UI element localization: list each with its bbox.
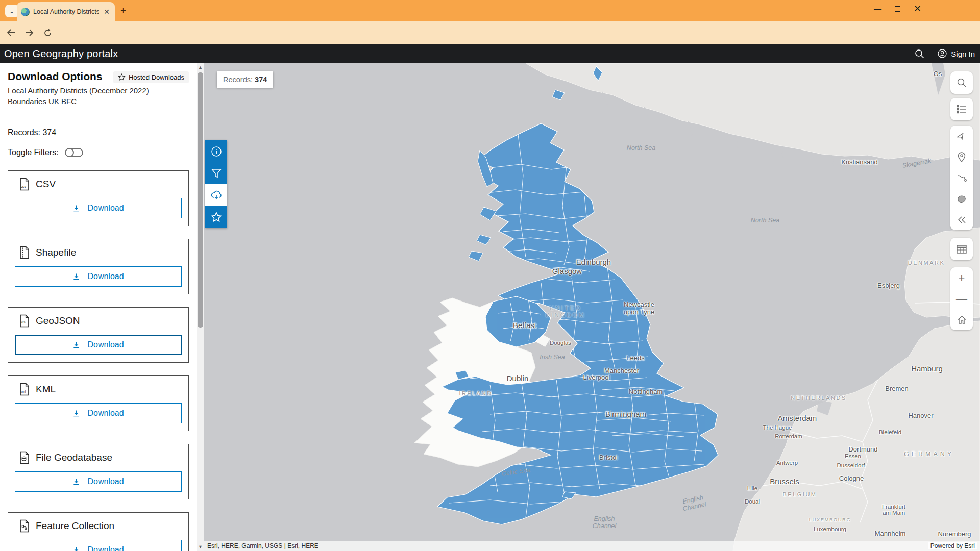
sign-in-button[interactable]: Sign In (938, 49, 975, 58)
format-name: File Geodatabase (36, 452, 112, 463)
collapse-toolbar-button[interactable] (950, 209, 973, 230)
format-card-geojson: GeoJSON Download (8, 307, 189, 363)
scroll-down-icon[interactable]: ▼ (197, 543, 204, 551)
download-icon (72, 546, 80, 551)
forward-button[interactable] (21, 25, 37, 40)
sidebar-scrollbar[interactable]: ▲ ▼ (197, 63, 204, 551)
download-label: Download (87, 545, 124, 551)
icon-file-code (19, 314, 30, 328)
tab-title: Local Authority Districts (Decem (33, 8, 99, 15)
browser-tab[interactable]: Local Authority Districts (Decem ✕ (17, 2, 115, 21)
icon-file-kml (19, 383, 30, 396)
download-button[interactable]: Download (15, 471, 182, 492)
map-action-rail (205, 140, 227, 228)
download-label: Download (87, 340, 124, 349)
header-search-icon[interactable] (915, 49, 924, 59)
map-zoom-control: + — (950, 267, 973, 330)
toggle-filters-switch[interactable] (65, 148, 83, 157)
download-panel-button[interactable] (205, 184, 227, 206)
download-icon (72, 273, 80, 281)
legend-list-button[interactable] (950, 98, 973, 120)
measure-line-button[interactable] (950, 167, 973, 188)
app-title: Open Geography portalx (4, 48, 118, 60)
home-extent-button[interactable] (950, 309, 973, 330)
basemap (204, 63, 980, 551)
format-card-file-geodatabase: File Geodatabase Download (8, 444, 189, 499)
scrollbar-thumb[interactable] (198, 72, 203, 328)
download-button[interactable]: Download (15, 540, 182, 551)
map-attribution: Esri, HERE, Garmin, USGS | Esri, HERE Po… (204, 541, 980, 551)
map-search-control (950, 71, 973, 94)
map-search-button[interactable] (950, 71, 973, 94)
download-button[interactable]: Download (15, 266, 182, 287)
download-icon (72, 478, 80, 486)
window-close-button[interactable]: ✕ (914, 3, 921, 14)
hosted-downloads-button[interactable]: Hosted Downloads (113, 71, 189, 83)
download-label: Download (87, 204, 124, 213)
window-minimize-button[interactable]: — (874, 3, 881, 14)
attribution-text: Esri, HERE, Garmin, USGS | Esri, HERE (207, 542, 318, 549)
back-button[interactable] (3, 25, 18, 40)
format-card-kml: KML Download (8, 375, 189, 431)
download-button[interactable]: Download (15, 198, 182, 218)
download-button[interactable]: Download (15, 335, 182, 355)
records-count: Records: 374 (8, 128, 189, 137)
filter-button[interactable] (205, 162, 227, 184)
download-label: Download (87, 409, 124, 418)
info-button[interactable] (205, 140, 227, 162)
download-label: Download (87, 272, 124, 281)
format-name: Feature Collection (36, 520, 114, 532)
icon-file-shape (19, 246, 30, 259)
download-icon (72, 205, 80, 212)
format-card-csv: CSV Download (8, 170, 189, 226)
map-table-control (950, 238, 973, 260)
app-header: Open Geography portalx Sign In (0, 44, 980, 63)
user-icon (938, 49, 947, 58)
browser-tab-bar: ⌄ Local Authority Districts (Decem ✕ + —… (0, 0, 980, 21)
map-legend-control (950, 98, 973, 120)
window-maximize-button[interactable] (895, 6, 900, 12)
scroll-up-icon[interactable]: ▲ (197, 63, 204, 71)
panel-title: Download Options (8, 70, 102, 83)
icon-file-gdb (19, 451, 30, 464)
attribute-table-button[interactable] (950, 238, 973, 260)
zoom-out-button[interactable]: — (950, 288, 973, 309)
favorite-button[interactable] (205, 206, 227, 228)
star-icon (118, 73, 126, 81)
map-records-badge: Records: 374 (217, 71, 273, 88)
format-name: KML (36, 384, 56, 395)
tab-close-icon[interactable]: ✕ (103, 7, 111, 16)
format-card-feature-collection: Feature Collection Download (8, 512, 189, 551)
browser-toolbar: geoportal.statistics.gov.uk/datasets/305… (0, 21, 980, 44)
download-icon (72, 341, 80, 349)
download-label: Download (87, 477, 124, 486)
icon-file-coll (19, 519, 30, 533)
map-canvas[interactable]: OsNorth SeaKristiansandSkagerrakNorth Se… (204, 63, 980, 551)
format-name: GeoJSON (36, 315, 80, 327)
download-options-panel: Download Options Hosted Downloads Local … (0, 63, 197, 551)
new-tab-button[interactable]: + (120, 6, 126, 15)
download-icon (72, 410, 80, 417)
download-button[interactable]: Download (15, 403, 182, 423)
tab-favicon-icon (21, 8, 30, 16)
lasso-select-button[interactable] (950, 188, 973, 209)
pin-location-button[interactable] (950, 146, 973, 167)
format-card-shapefile: Shapefile Download (8, 239, 189, 294)
format-card-list: CSV Download Shapefile Download GeoJSON … (8, 170, 189, 551)
format-name: Shapefile (36, 247, 76, 258)
reload-button[interactable] (40, 25, 55, 40)
dataset-subtitle: Local Authority Districts (December 2022… (8, 86, 161, 107)
toggle-filters-label: Toggle Filters: (8, 148, 59, 157)
format-name: CSV (36, 179, 56, 190)
select-cursor-button[interactable] (950, 126, 973, 146)
icon-file-csv (19, 178, 30, 191)
zoom-in-button[interactable]: + (950, 267, 973, 288)
powered-by-esri: Powered by Esri (928, 542, 977, 549)
map-tools-group (950, 126, 973, 230)
